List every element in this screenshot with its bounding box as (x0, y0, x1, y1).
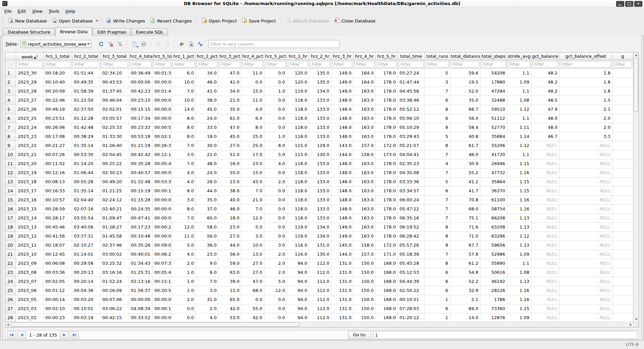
cell-gct_balance_offset[interactable]: NULL (559, 205, 612, 214)
cell-hrz_2_pct[interactable]: 23.0 (196, 250, 219, 259)
cell-hrz_4_pct[interactable]: 42.0 (241, 313, 264, 322)
cell-hrz_5_total[interactable]: 00:00:19 (153, 304, 172, 313)
cell-total_time[interactable]: 04:45:56 (398, 87, 425, 96)
cell-total_runs[interactable]: 8 (425, 259, 450, 268)
cell-hrz_1_hr[interactable]: 118.0 (287, 196, 309, 205)
cell-hrz_3_total[interactable]: 02:04:45 (101, 150, 129, 159)
cell-stride_avg[interactable]: 1.15 (507, 187, 531, 196)
cell-hrz_5_hr[interactable]: 168.0 (376, 277, 398, 286)
cell-total_time[interactable]: 05:12:53 (398, 268, 425, 277)
cell-total_distance[interactable]: 61.7 (450, 141, 480, 150)
cell-total_time[interactable]: 06:00:24 (398, 196, 425, 205)
cell-total_runs[interactable]: 7 (425, 168, 450, 178)
cell-total_time[interactable]: 05:06:10 (398, 114, 425, 123)
cell-gct_balance[interactable]: NULL (531, 178, 559, 187)
cell-hrz_3_hr[interactable]: 149.0 (331, 69, 354, 78)
cell-stride_avg[interactable]: 1.1 (507, 114, 531, 123)
cell-total_runs[interactable]: 7 (425, 250, 450, 259)
cell-hrz_5_hr[interactable]: 178.0 (376, 114, 398, 123)
cell-hrz_5_hr[interactable]: 172.0 (376, 241, 398, 250)
cell-gct_balance[interactable]: NULL (531, 205, 559, 214)
cell-hrz_2_pct[interactable]: 37.0 (196, 205, 219, 214)
cell-hrz_1_total[interactable]: 00:02:10 (44, 304, 72, 313)
cell-hrz_4_hr[interactable]: 150.0 (354, 304, 376, 313)
cell-hrz_5_pct[interactable]: 12.0 (264, 286, 287, 295)
cell-gct_balance_offset[interactable]: NULL (559, 268, 612, 277)
cell-total_runs[interactable]: 6 (425, 96, 450, 105)
row-number[interactable]: 11 (5, 159, 16, 168)
save-project-button[interactable]: Save Project (239, 16, 278, 26)
cell-stride_avg[interactable]: 1.13 (507, 214, 531, 223)
attach-database-button[interactable]: Attach Database (283, 16, 332, 26)
new-record-button[interactable] (130, 40, 139, 48)
filter-input-total_time[interactable] (399, 61, 423, 67)
cell-hrz_2_total[interactable]: 00:38:29 (72, 132, 101, 141)
cell-hrz_4_hr[interactable]: 163.0 (354, 123, 376, 132)
cell-hrz_1_pct[interactable]: 10.0 (172, 78, 196, 87)
cell-hrz_3_pct[interactable]: 38.0 (219, 187, 241, 196)
cell-hrz_1_total[interactable]: 00:10:40 (44, 78, 72, 87)
cell-hrz_1_hr[interactable]: 115.0 (287, 150, 309, 159)
cell-hrz_1_hr[interactable]: 118.0 (287, 178, 309, 187)
cell-total_steps[interactable]: 41720 (480, 150, 507, 159)
cell-total_distance[interactable]: 14.0 (450, 313, 480, 322)
filter-input-hrz_5_pct[interactable] (265, 61, 286, 67)
cell-hrz_2_total[interactable]: 00:29:58 (72, 259, 101, 268)
row-number[interactable]: 6 (5, 114, 16, 123)
cell-hrz_2_pct[interactable]: 41.0 (196, 87, 219, 96)
cell-gct_balance_offset[interactable]: NULL (559, 214, 612, 223)
cell-hrz_5_pct[interactable]: 0.0 (264, 313, 287, 322)
cell-hrz_4_hr[interactable]: 163.0 (354, 178, 376, 187)
filter-input-hrz_4_pct[interactable] (243, 61, 263, 67)
cell-hrz_2_hr[interactable]: 133.0 (309, 114, 331, 123)
cell-hrz_1_hr[interactable]: 118.0 (287, 96, 309, 105)
cell-hrz_1_hr[interactable]: 94.0 (287, 304, 309, 313)
cell-total_runs[interactable]: 1 (425, 295, 450, 304)
cell-total_distance[interactable]: 52.0 (450, 87, 480, 96)
filter-input-hrz_1_hr[interactable] (288, 61, 308, 67)
cell-gct_balance_offset[interactable]: 2.0 (559, 114, 612, 123)
cell-total_time[interactable]: 05:47:22 (398, 205, 425, 214)
cell-hrz_2_hr[interactable]: 112.0 (309, 277, 331, 286)
cell-hrz_5_total[interactable]: 00:05:40 (153, 159, 172, 168)
cell-hrz_1_hr[interactable]: 118.0 (287, 123, 309, 132)
column-header-hrz_4_pct[interactable]: hrz_4_pct (241, 53, 264, 60)
cell-total_time[interactable]: 01:20:12 (398, 313, 425, 322)
cell-total_runs[interactable]: 7 (425, 205, 450, 214)
cell-hrz_5_total[interactable]: 00:00:00 (153, 168, 172, 178)
cell-hrz_2_hr[interactable]: 112.0 (309, 313, 331, 322)
cell-hrz_5_total[interactable]: 00:02:13 (153, 132, 172, 141)
column-header-week[interactable]: week▲1 (16, 53, 44, 60)
cell-hrz_2_total[interactable]: 01:14:20 (72, 159, 101, 168)
column-header-hrz_3_hr[interactable]: hrz_3_hr (331, 53, 354, 60)
cell-hrz_2_pct[interactable]: 18.0 (196, 132, 219, 141)
cell-hrz_2_total[interactable]: 01:22:50 (72, 96, 101, 105)
cell-hrz_1_total[interactable]: 00:10:57 (44, 196, 72, 205)
cell-gct_balance_offset[interactable]: 1.8 (559, 78, 612, 87)
cell-hrz_5_pct[interactable]: 0.0 (264, 295, 287, 304)
cell-total_time[interactable]: 03:38:46 (398, 96, 425, 105)
cell-hrz_5_hr[interactable]: 178.0 (376, 96, 398, 105)
filter-input-hrz_3_hr[interactable] (332, 61, 352, 67)
maximize-button[interactable] (625, 1, 633, 7)
cell-hrz_5_total[interactable]: 00:07:33 (153, 259, 172, 268)
cell-hrz_4_hr[interactable]: 163.0 (354, 96, 376, 105)
cell-hrz_5_hr[interactable]: 178.0 (376, 223, 398, 232)
cell-total_runs[interactable]: 6 (425, 268, 450, 277)
cell-hrz_4_hr[interactable]: 163.0 (354, 159, 376, 168)
row-number[interactable]: 8 (5, 132, 16, 141)
cell-g[interactable] (612, 214, 633, 223)
cell-hrz_2_pct[interactable]: 38.0 (196, 96, 219, 105)
cell-hrz_4_hr[interactable]: 163.0 (354, 223, 376, 232)
cell-week[interactable]: 2023_07 (16, 277, 44, 286)
cell-hrz_3_total[interactable]: 01:37:45 (101, 87, 129, 96)
cell-hrz_2_hr[interactable]: 133.0 (309, 96, 331, 105)
cell-hrz_3_total[interactable]: 02:37:46 (101, 241, 129, 250)
filter-input-hrz_2_hr[interactable] (310, 61, 330, 67)
cell-total_distance[interactable]: 75.1 (450, 214, 480, 223)
open-in-editor-button[interactable]: A (187, 40, 196, 48)
cell-week[interactable]: 2023_22 (16, 141, 44, 150)
cell-hrz_1_total[interactable]: 00:01:12 (44, 286, 72, 295)
cell-hrz_1_total[interactable]: 00:08:13 (44, 178, 72, 187)
cell-gct_balance_offset[interactable]: 1.5 (559, 96, 612, 105)
